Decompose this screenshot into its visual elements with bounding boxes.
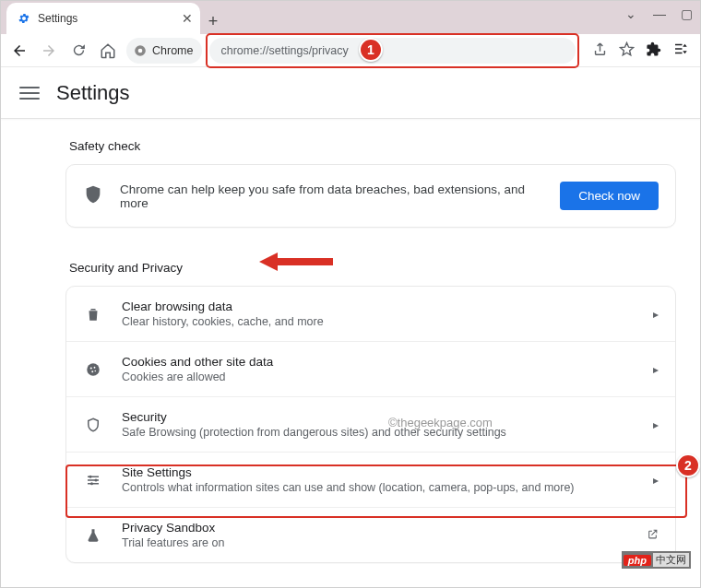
annotation-badge-1: 1 [359, 38, 383, 62]
annotation-arrow [259, 250, 333, 274]
security-privacy-list: Clear browsing data Clear history, cooki… [65, 286, 676, 563]
row-subtitle: Cookies are allowed [122, 370, 635, 383]
row-clear-browsing-data[interactable]: Clear browsing data Clear history, cooki… [66, 287, 675, 342]
bookmark-icon[interactable] [619, 41, 635, 60]
row-site-settings[interactable]: Site Settings Controls what information … [66, 453, 675, 508]
svg-point-1 [138, 48, 143, 53]
chrome-icon [134, 44, 147, 57]
chevron-right-icon: ▸ [653, 308, 659, 321]
row-title: Security [122, 410, 635, 424]
svg-marker-2 [259, 253, 333, 271]
row-title: Clear browsing data [122, 300, 635, 313]
open-in-new-icon [647, 528, 659, 543]
security-privacy-heading: Security and Privacy [69, 261, 183, 275]
origin-label: Chrome [152, 44, 193, 57]
footer-cn: 中文网 [653, 553, 689, 567]
minimize-icon[interactable]: — [653, 6, 664, 21]
home-button[interactable] [97, 40, 119, 62]
url-text: chrome://settings/privacy [220, 44, 348, 57]
row-subtitle: Clear history, cookies, cache, and more [122, 315, 635, 328]
sliders-icon [83, 472, 103, 488]
svg-point-7 [95, 370, 97, 371]
flask-icon [83, 527, 103, 544]
row-title: Cookies and other site data [122, 355, 635, 369]
row-security[interactable]: Security Safe Browsing (protection from … [66, 397, 675, 453]
chevron-right-icon: ▸ [653, 474, 659, 487]
safety-check-text: Chrome can help keep you safe from data … [120, 182, 543, 210]
svg-point-9 [95, 478, 98, 481]
row-title: Privacy Sandbox [122, 521, 628, 535]
share-icon[interactable] [592, 41, 608, 60]
annotation-badge-2: 2 [676, 453, 700, 477]
reload-button[interactable] [67, 40, 89, 62]
svg-point-5 [94, 366, 96, 368]
svg-point-4 [90, 367, 92, 369]
browser-tab[interactable]: Settings ✕ [6, 3, 200, 34]
settings-header: Settings [1, 67, 700, 119]
safety-check-heading: Safety check [69, 139, 676, 153]
gear-icon [18, 12, 30, 25]
new-tab-button[interactable]: + [200, 8, 226, 34]
svg-point-8 [89, 475, 92, 477]
check-now-button[interactable]: Check now [560, 182, 659, 210]
browser-navbar: Chrome chrome://settings/privacy [1, 34, 700, 67]
address-bar[interactable]: chrome://settings/privacy [209, 38, 576, 64]
extensions-icon[interactable] [646, 41, 661, 60]
row-title: Site Settings [122, 465, 635, 479]
reading-list-icon[interactable] [672, 41, 689, 60]
cookie-icon [83, 361, 103, 378]
svg-point-6 [91, 370, 93, 372]
row-subtitle: Safe Browsing (protection from dangerous… [122, 426, 635, 439]
window-controls: ⌄ — ▢ [625, 6, 693, 21]
svg-point-10 [90, 482, 93, 485]
browser-tabstrip: Settings ✕ + ⌄ — ▢ [1, 1, 700, 34]
row-privacy-sandbox[interactable]: Privacy Sandbox Trial features are on [66, 508, 675, 562]
tab-title: Settings [38, 12, 174, 25]
origin-chip[interactable]: Chrome [126, 38, 202, 64]
row-cookies[interactable]: Cookies and other site data Cookies are … [66, 342, 675, 397]
chevron-down-icon[interactable]: ⌄ [625, 6, 636, 21]
shield-icon [83, 184, 103, 207]
page-title: Settings [56, 81, 130, 105]
settings-content: Safety check Chrome can help keep you sa… [1, 119, 700, 563]
close-tab-icon[interactable]: ✕ [182, 11, 193, 26]
chevron-right-icon: ▸ [653, 363, 659, 376]
svg-point-3 [87, 363, 100, 376]
shield-outline-icon [83, 417, 103, 433]
row-subtitle: Trial features are on [122, 536, 628, 549]
footer-brand-tag: php 中文网 [622, 551, 691, 569]
back-button[interactable] [8, 40, 30, 62]
forward-button[interactable] [38, 40, 60, 62]
maximize-icon[interactable]: ▢ [681, 6, 693, 21]
safety-check-card: Chrome can help keep you safe from data … [65, 164, 676, 228]
menu-button[interactable] [19, 83, 40, 103]
chevron-right-icon: ▸ [653, 418, 659, 431]
row-subtitle: Controls what information sites can use … [122, 481, 635, 494]
footer-brand: php [624, 555, 651, 566]
trash-icon [83, 306, 103, 323]
